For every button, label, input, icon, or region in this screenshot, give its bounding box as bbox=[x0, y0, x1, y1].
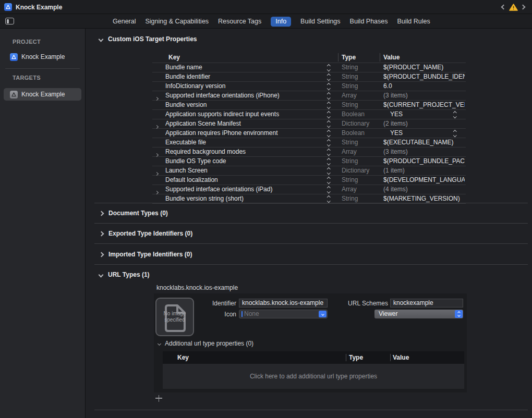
key-stepper-icon[interactable] bbox=[328, 93, 330, 99]
property-type: String bbox=[342, 157, 377, 166]
project-targets-sidebar: PROJECT Knock Example TARGETS Knock Exam… bbox=[0, 29, 85, 418]
tab-build-settings[interactable]: Build Settings bbox=[300, 18, 340, 25]
chevron-down-icon bbox=[321, 313, 324, 316]
text-cursor bbox=[241, 311, 243, 317]
key-stepper-icon[interactable] bbox=[328, 130, 330, 136]
key-stepper-icon[interactable] bbox=[328, 177, 330, 183]
forward-button[interactable] bbox=[521, 0, 525, 14]
section-url-types[interactable]: URL Types (1) bbox=[99, 271, 150, 278]
table-row[interactable]: InfoDictionary version String 6.0 bbox=[152, 82, 466, 91]
tab-signing-capabilities[interactable]: Signing & Capabilities bbox=[145, 18, 209, 25]
column-divider bbox=[346, 354, 346, 361]
key-stepper-icon[interactable] bbox=[328, 102, 330, 108]
popup-stepper-button[interactable] bbox=[455, 310, 463, 318]
role-popup-button[interactable]: Viewer bbox=[374, 310, 463, 318]
sidebar-item-target[interactable]: Knock Example bbox=[4, 88, 81, 101]
table-row[interactable]: Executable file String $(EXECUTABLE_NAME… bbox=[152, 138, 466, 147]
section-divider bbox=[94, 264, 528, 265]
property-key: Bundle OS Type code bbox=[165, 157, 322, 166]
key-stepper-icon[interactable] bbox=[328, 83, 330, 89]
url-type-card: No image specified Identifier knocklabs.… bbox=[154, 293, 467, 392]
combo-dropdown-button[interactable] bbox=[319, 311, 327, 317]
target-icon bbox=[10, 91, 18, 99]
sidebar-divider bbox=[5, 68, 80, 69]
key-stepper-icon[interactable] bbox=[328, 65, 330, 70]
tab-general[interactable]: General bbox=[113, 18, 136, 25]
column-divider bbox=[338, 53, 338, 62]
identifier-label: Identifier bbox=[185, 300, 236, 308]
column-header-value: Value bbox=[393, 351, 409, 364]
section-document-types[interactable]: Document Types (0) bbox=[100, 210, 168, 217]
warning-triangle-icon bbox=[509, 4, 518, 11]
tab-build-rules[interactable]: Build Rules bbox=[397, 18, 430, 25]
targets-section-header: TARGETS bbox=[13, 75, 41, 81]
key-stepper-icon[interactable] bbox=[328, 168, 330, 174]
url-schemes-field[interactable]: knockexample bbox=[390, 299, 463, 308]
property-value: $(DEVELOPMENT_LANGUAGE) bbox=[383, 176, 465, 185]
property-key: Application supports indirect input even… bbox=[165, 110, 322, 119]
key-stepper-icon[interactable] bbox=[328, 74, 330, 80]
table-row[interactable]: Required background modes Array (3 items… bbox=[152, 147, 466, 157]
chevron-down-icon bbox=[99, 272, 104, 277]
section-title: Exported Type Identifiers (0) bbox=[108, 230, 192, 237]
key-stepper-icon[interactable] bbox=[328, 121, 330, 127]
value-stepper-icon[interactable] bbox=[454, 130, 456, 136]
section-divider bbox=[94, 410, 528, 410]
tab-resource-tags[interactable]: Resource Tags bbox=[218, 18, 261, 25]
section-divider bbox=[94, 203, 528, 203]
project-section-header: PROJECT bbox=[13, 39, 41, 45]
property-key: Supported interface orientations (iPhone… bbox=[165, 91, 322, 100]
property-value: (1 item) bbox=[383, 166, 465, 175]
column-header-key: Key bbox=[168, 54, 180, 61]
table-row[interactable]: Application Scene Manifest Dictionary (2… bbox=[152, 119, 466, 129]
property-key: Bundle name bbox=[165, 63, 322, 72]
xcode-glyph-icon bbox=[6, 5, 10, 9]
value-stepper-icon[interactable] bbox=[454, 112, 456, 117]
key-stepper-icon[interactable] bbox=[328, 196, 330, 202]
table-row[interactable]: Bundle name String $(PRODUCT_NAME) bbox=[152, 63, 466, 72]
table-row[interactable]: Default localization String $(DEVELOPMEN… bbox=[152, 176, 466, 185]
table-row[interactable]: Application supports indirect input even… bbox=[152, 110, 466, 119]
key-stepper-icon[interactable] bbox=[328, 149, 330, 155]
table-row[interactable]: Application requires iPhone environment … bbox=[152, 129, 466, 138]
property-value: (2 items) bbox=[383, 119, 465, 128]
add-url-type-button[interactable] bbox=[155, 395, 163, 402]
properties-table: Key Type Value Bundle name String $(PROD… bbox=[152, 52, 466, 204]
no-image-placeholder: No image specified bbox=[161, 311, 188, 323]
property-value: $(PRODUCT_BUNDLE_PACKAGE_TYPE) bbox=[383, 157, 465, 166]
property-key: Bundle version string (short) bbox=[165, 194, 322, 203]
warning-badge[interactable] bbox=[509, 0, 518, 14]
tab-info[interactable]: Info bbox=[271, 17, 291, 27]
section-title: Document Types (0) bbox=[108, 210, 168, 217]
table-row[interactable]: Bundle OS Type code String $(PRODUCT_BUN… bbox=[152, 157, 466, 166]
property-type: Array bbox=[342, 91, 377, 100]
table-row[interactable]: Bundle identifier String $(PRODUCT_BUNDL… bbox=[152, 72, 466, 82]
column-divider bbox=[380, 53, 380, 62]
key-stepper-icon[interactable] bbox=[328, 158, 330, 164]
table-row[interactable]: Bundle version String $(CURRENT_PROJECT_… bbox=[152, 101, 466, 110]
identifier-field[interactable]: knocklabs.knock.ios-example bbox=[239, 299, 328, 308]
key-stepper-icon[interactable] bbox=[328, 140, 330, 145]
section-exported-type-identifiers[interactable]: Exported Type Identifiers (0) bbox=[100, 230, 192, 237]
section-title: URL Types (1) bbox=[108, 271, 150, 278]
table-row[interactable]: Launch Screen Dictionary (1 item) bbox=[152, 166, 466, 176]
editor-tab-bar: General Signing & Capabilities Resource … bbox=[0, 14, 532, 29]
add-property-empty-row[interactable]: Click here to add additional url type pr… bbox=[163, 364, 464, 389]
table-row[interactable]: Supported interface orientations (iPhone… bbox=[152, 91, 466, 101]
toggle-sidebar-icon[interactable] bbox=[5, 18, 14, 24]
property-key: Default localization bbox=[165, 176, 322, 185]
sidebar-item-project[interactable]: Knock Example bbox=[4, 51, 81, 63]
tab-build-phases[interactable]: Build Phases bbox=[350, 18, 388, 25]
property-type: String bbox=[342, 101, 377, 109]
additional-url-type-properties-header[interactable]: Additional url type properties (0) bbox=[158, 340, 253, 347]
property-type: Boolean bbox=[342, 129, 377, 138]
section-custom-properties[interactable]: Custom iOS Target Properties bbox=[99, 35, 197, 43]
properties-table-body: Bundle name String $(PRODUCT_NAME) Bundl… bbox=[152, 63, 466, 204]
icon-combo-box[interactable]: None bbox=[239, 310, 328, 318]
section-title: Custom iOS Target Properties bbox=[108, 35, 197, 43]
key-stepper-icon[interactable] bbox=[328, 112, 330, 117]
table-row[interactable]: Supported interface orientations (iPad) … bbox=[152, 185, 466, 194]
key-stepper-icon[interactable] bbox=[328, 187, 330, 192]
section-imported-type-identifiers[interactable]: Imported Type Identifiers (0) bbox=[100, 251, 192, 258]
back-button[interactable] bbox=[502, 0, 505, 14]
